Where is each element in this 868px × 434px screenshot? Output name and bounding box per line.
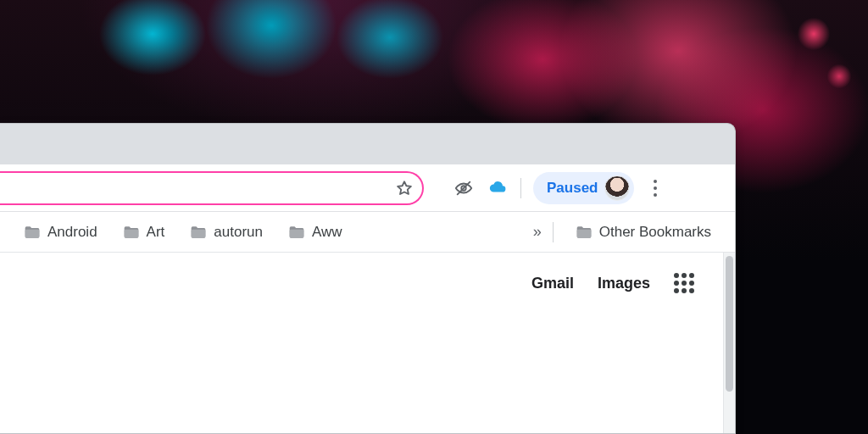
other-bookmarks-folder[interactable]: Other Bookmarks	[567, 219, 720, 246]
other-bookmarks-label: Other Bookmarks	[599, 224, 711, 241]
profile-sync-paused-chip[interactable]: Paused	[533, 172, 634, 204]
browser-window: Paused Android Art autorun Aww »	[0, 123, 736, 434]
svg-rect-3	[192, 229, 206, 237]
gmail-link[interactable]: Gmail	[531, 275, 574, 292]
bookmarks-separator	[553, 222, 554, 242]
bookmark-folder[interactable]: Aww	[280, 219, 351, 246]
address-bar[interactable]	[0, 171, 424, 205]
bookmarks-overflow-button[interactable]: »	[533, 223, 539, 241]
svg-rect-2	[124, 229, 138, 237]
paused-label: Paused	[547, 180, 598, 197]
scrollbar-thumb[interactable]	[726, 256, 733, 392]
ntp-header-links: Gmail Images	[531, 273, 694, 293]
svg-rect-5	[576, 229, 591, 237]
eye-off-icon[interactable]	[453, 177, 475, 199]
svg-rect-1	[25, 229, 40, 237]
browser-menu-button[interactable]	[646, 175, 665, 202]
folder-icon	[24, 225, 41, 240]
bookmark-folder[interactable]: Android	[15, 219, 106, 246]
images-link[interactable]: Images	[598, 275, 650, 292]
toolbar: Paused	[0, 164, 735, 212]
bookmark-star-icon[interactable]	[395, 179, 414, 198]
profile-avatar	[604, 175, 630, 201]
bookmark-folder[interactable]: Art	[114, 219, 174, 246]
folder-icon	[190, 225, 207, 240]
cloud-extension-icon[interactable]	[487, 177, 509, 199]
folder-icon	[123, 225, 140, 240]
vertical-scrollbar[interactable]	[723, 253, 735, 433]
folder-icon	[288, 225, 305, 240]
tab-strip[interactable]	[0, 124, 735, 164]
svg-rect-4	[290, 229, 304, 237]
apps-grid-icon[interactable]	[674, 273, 694, 293]
bookmark-label: Art	[147, 224, 165, 241]
folder-icon	[576, 225, 593, 240]
page-content: Gmail Images	[0, 253, 735, 433]
bookmark-label: autorun	[214, 224, 263, 241]
bookmark-folder[interactable]: autorun	[181, 219, 271, 246]
toolbar-separator	[520, 178, 521, 198]
bookmarks-bar: Android Art autorun Aww » Other Bookmark…	[0, 212, 735, 253]
bookmark-label: Android	[47, 224, 97, 241]
bookmark-label: Aww	[312, 224, 342, 241]
